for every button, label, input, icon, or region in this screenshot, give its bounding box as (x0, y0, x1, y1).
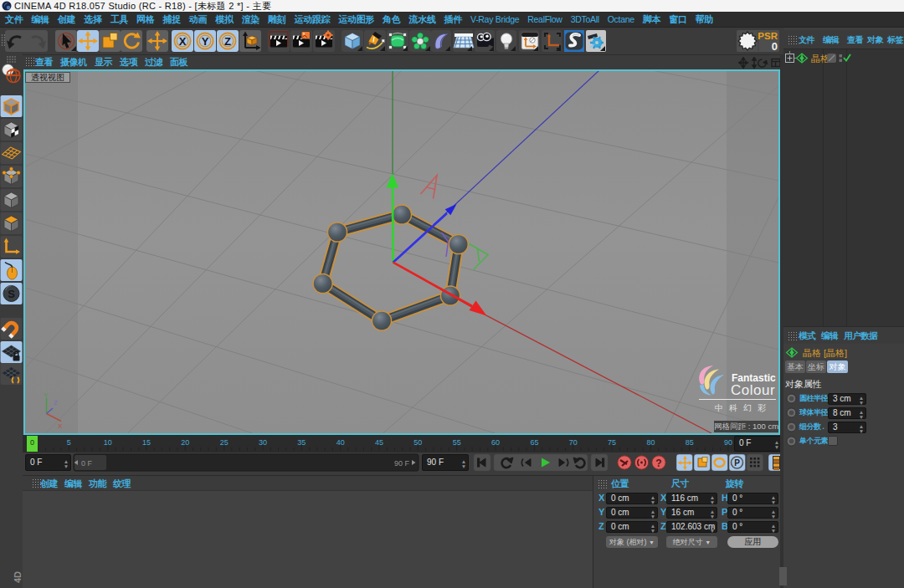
svg-text:30: 30 (259, 438, 267, 447)
svg-text:60: 60 (491, 438, 500, 447)
svg-text:Z: Z (224, 35, 231, 48)
svg-text:5: 5 (67, 438, 71, 447)
svg-text:S: S (8, 288, 15, 300)
svg-text:35: 35 (297, 438, 306, 447)
svg-text:80: 80 (646, 438, 655, 447)
svg-text:PSR: PSR (758, 31, 778, 41)
svg-text:55: 55 (453, 438, 461, 447)
svg-text:10: 10 (104, 438, 112, 447)
svg-text:Colour: Colour (731, 382, 775, 398)
svg-text:85: 85 (686, 438, 694, 447)
svg-text:25: 25 (220, 438, 229, 447)
svg-text:0: 0 (30, 438, 34, 447)
svg-text:晶格 [晶格]: 晶格 [晶格] (803, 348, 847, 358)
svg-text:Y: Y (202, 35, 209, 48)
svg-text:P: P (734, 458, 740, 468)
svg-text:20: 20 (181, 438, 189, 447)
svg-text:65: 65 (530, 438, 538, 447)
svg-text:45: 45 (375, 438, 383, 447)
svg-text:90: 90 (724, 438, 732, 447)
svg-text:0: 0 (772, 40, 778, 53)
svg-text:晶格: 晶格 (811, 54, 830, 64)
svg-text:0 F: 0 F (81, 459, 93, 468)
svg-text:X: X (179, 35, 187, 48)
svg-text:50: 50 (413, 438, 422, 447)
svg-text:Z: Z (54, 399, 58, 406)
svg-text:中科幻彩: 中科幻彩 (715, 403, 772, 412)
svg-text:40: 40 (336, 438, 345, 447)
svg-text:Y: Y (44, 391, 49, 399)
svg-text:70: 70 (569, 438, 578, 447)
svg-text:75: 75 (608, 438, 616, 447)
svg-text:15: 15 (142, 438, 151, 447)
svg-text:90 F: 90 F (394, 459, 410, 468)
svg-text:X: X (58, 422, 63, 430)
svg-text:?: ? (655, 458, 661, 469)
